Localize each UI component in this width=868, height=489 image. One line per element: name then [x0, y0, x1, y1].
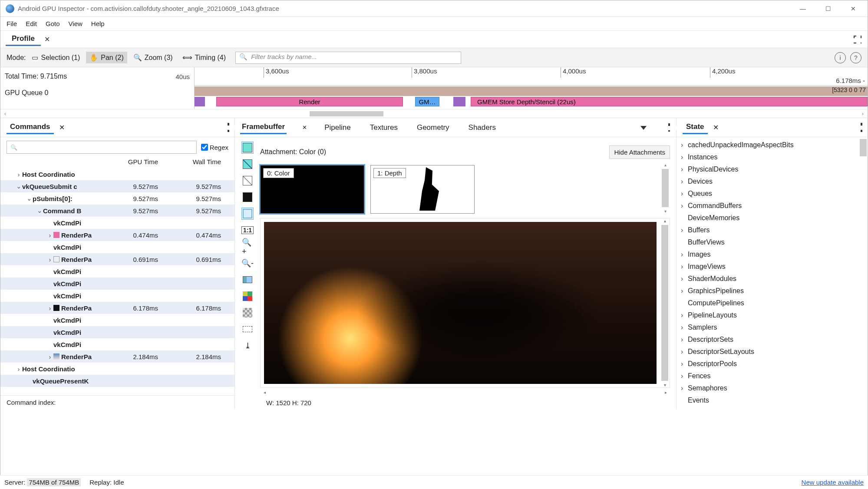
image-hscroll[interactable]: ◂▸	[260, 388, 670, 396]
chevron-icon[interactable]: ›	[15, 171, 22, 178]
commands-tree[interactable]: ›Host Coordinatio⌄vkQueueSubmit c9.527ms…	[0, 168, 234, 395]
tool-crop-icon[interactable]	[241, 323, 254, 335]
command-row[interactable]: ›Host Coordinatio	[0, 168, 234, 180]
state-item[interactable]: ›CommandBuffers	[677, 200, 868, 212]
block-purple[interactable]	[195, 97, 205, 106]
chevron-icon[interactable]: ⌄	[15, 182, 22, 190]
menu-view[interactable]: View	[64, 18, 87, 29]
command-row[interactable]: ›Host Coordinatio	[0, 363, 234, 375]
state-item[interactable]: ›Fences	[677, 370, 868, 382]
tool-select-icon[interactable]	[241, 208, 254, 220]
tab-dropdown-icon[interactable]	[640, 124, 647, 131]
tool-edge-icon[interactable]	[241, 158, 254, 170]
close-window-button[interactable]: ✕	[841, 0, 866, 17]
regex-checkbox[interactable]: Regex	[201, 144, 228, 151]
tool-wire-icon[interactable]	[241, 175, 254, 187]
state-tree[interactable]: ›cachedUnpackedImageAspectBits›Instances…	[677, 137, 868, 409]
state-item[interactable]: ›DescriptorSets	[677, 334, 868, 346]
command-row[interactable]: vkCmdPi	[0, 217, 234, 229]
state-item[interactable]: ›Buffers	[677, 224, 868, 236]
tool-histogram-icon[interactable]	[241, 274, 254, 286]
tool-channels-icon[interactable]	[241, 290, 254, 302]
state-item[interactable]: Events	[677, 394, 868, 406]
mode-pan[interactable]: ✋Pan (2)	[86, 52, 127, 63]
menu-edit[interactable]: Edit	[21, 18, 41, 29]
minimize-button[interactable]: —	[790, 0, 815, 17]
state-item[interactable]: ›Devices	[677, 175, 868, 188]
chevron-icon[interactable]: ›	[46, 304, 53, 312]
command-row[interactable]: ›RenderPa0.474ms0.474ms	[0, 229, 234, 241]
command-row[interactable]: vkCmdPi	[0, 338, 234, 350]
state-fullscreen-button[interactable]	[861, 124, 862, 132]
state-item[interactable]: ›PipelineLayouts	[677, 309, 868, 321]
state-item[interactable]: ›ImageViews	[677, 261, 868, 273]
help-button[interactable]: ?	[850, 52, 861, 63]
timeline-hscroll[interactable]: ‹ ›	[0, 109, 868, 118]
timeline-ruler[interactable]: 3,600us 3,800us 4,000us 4,200us 6.178ms …	[195, 67, 868, 86]
command-row[interactable]: vkCmdPi	[0, 241, 234, 253]
maximize-button[interactable]: ☐	[815, 0, 841, 17]
chevron-icon[interactable]: ⌄	[26, 195, 33, 202]
scroll-right-icon[interactable]: ›	[858, 110, 868, 117]
chevron-icon[interactable]: ›	[46, 231, 53, 239]
command-row[interactable]: ⌄Command B9.527ms9.527ms	[0, 205, 234, 217]
block-gmem[interactable]: GMEM Store Depth/Stencil (22us)	[471, 97, 868, 106]
command-row[interactable]: ⌄pSubmits[0]:9.527ms9.527ms	[0, 192, 234, 205]
tool-checker-icon[interactable]	[241, 307, 254, 319]
tool-zoomin-icon[interactable]: 🔍+	[241, 241, 254, 253]
command-row[interactable]: ›RenderPa2.184ms2.184ms	[0, 350, 234, 363]
framebuffer-image[interactable]	[264, 222, 657, 384]
state-item[interactable]: ›Queues	[677, 188, 868, 200]
state-item[interactable]: DeviceMemories	[677, 212, 868, 224]
command-row[interactable]: vkCmdPi	[0, 265, 234, 278]
state-item[interactable]: ›GraphicsPipelines	[677, 285, 868, 297]
tab-profile-close[interactable]: ✕	[44, 35, 50, 43]
state-item[interactable]: ›Images	[677, 248, 868, 261]
framebuffer-fullscreen-button[interactable]	[668, 124, 670, 131]
tool-solid-icon[interactable]	[241, 142, 254, 154]
info-button[interactable]: i	[835, 52, 846, 63]
block-render[interactable]: Render	[216, 97, 403, 106]
chevron-icon[interactable]: ›	[46, 256, 53, 263]
state-vscroll-thumb[interactable]	[860, 139, 867, 156]
chevron-icon[interactable]: ⌄	[36, 207, 43, 215]
menu-goto[interactable]: Goto	[41, 18, 64, 29]
tab-state[interactable]: State	[683, 121, 708, 134]
command-row[interactable]: vkQueuePresentK	[0, 375, 234, 387]
tab-shaders[interactable]: Shaders	[467, 122, 498, 134]
scroll-left-icon[interactable]: ‹	[0, 110, 10, 117]
filter-tracks-input[interactable]: 🔍 Filter tracks by name...	[235, 52, 461, 64]
state-item[interactable]: ComputePipelines	[677, 297, 868, 309]
commands-fullscreen-button[interactable]	[228, 124, 229, 132]
tab-state-close[interactable]: ✕	[713, 123, 719, 132]
command-row[interactable]: ⌄vkQueueSubmit c9.527ms9.527ms	[0, 180, 234, 192]
scroll-thumb[interactable]	[310, 111, 383, 116]
thumb-depth[interactable]: 1: Depth	[370, 165, 475, 214]
tool-11-icon[interactable]: 1:1	[241, 224, 254, 236]
tab-pipeline[interactable]: Pipeline	[323, 122, 353, 134]
timeline-tracks[interactable]: [5323 0 0 77 Render GM… GMEM Store Depth…	[195, 86, 868, 109]
state-item[interactable]: ›DescriptorPools	[677, 358, 868, 370]
tab-framebuffer-close[interactable]: ✕	[302, 124, 307, 131]
state-item[interactable]: ›DescriptorSetLayouts	[677, 346, 868, 358]
tab-framebuffer[interactable]: Framebuffer	[240, 121, 287, 134]
mode-timing[interactable]: ⟺Timing (4)	[179, 52, 229, 63]
thumb-vscroll[interactable]: ▴▾	[660, 162, 670, 214]
profile-fullscreen-button[interactable]	[854, 36, 861, 43]
hide-attachments-button[interactable]: Hide Attachments	[609, 145, 670, 159]
menu-file[interactable]: File	[2, 18, 21, 29]
chevron-icon[interactable]: ›	[15, 365, 22, 373]
commands-search-input[interactable]: 🔍	[7, 141, 197, 154]
tool-download-icon[interactable]: ⤓	[241, 340, 254, 352]
update-available-link[interactable]: New update available	[802, 479, 864, 486]
mode-selection[interactable]: ▭Selection (1)	[28, 52, 83, 63]
top-track[interactable]	[195, 86, 868, 96]
thumb-color[interactable]: 0: Color	[260, 165, 364, 214]
image-vscroll[interactable]: ▴▾	[660, 218, 670, 387]
tool-zoomout-icon[interactable]: 🔍-	[241, 257, 254, 269]
command-row[interactable]: ›RenderPa0.691ms0.691ms	[0, 253, 234, 265]
tab-geometry[interactable]: Geometry	[415, 122, 451, 134]
state-item[interactable]: ›Semaphores	[677, 382, 868, 394]
tab-commands-close[interactable]: ✕	[59, 123, 65, 132]
tab-textures[interactable]: Textures	[368, 122, 399, 134]
